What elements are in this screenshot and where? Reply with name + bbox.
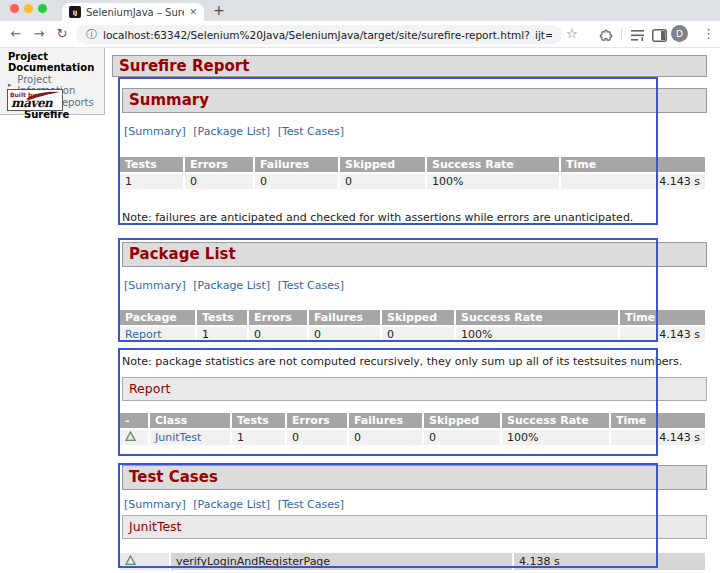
table-header-row: Package Tests Errors Failures Skipped Su… [120, 310, 705, 325]
test-case-name: verifyLoginAndRegisterPage [171, 553, 512, 570]
section-nav-links: [Summary] [Package List] [Test Cases] [124, 498, 707, 511]
summary-link[interactable]: [Summary] [124, 279, 186, 292]
address-bar[interactable]: ⓘ localhost:63342/Selenium%20Java/Seleni… [76, 25, 562, 44]
table-row: Report 1 0 0 0 100% 4.143 s [120, 327, 705, 342]
class-table: - Class Tests Errors Failures Skipped Su… [118, 411, 707, 447]
col-time: Time [620, 310, 705, 325]
col-success-rate: Success Rate [427, 157, 559, 172]
extensions-puzzle-icon[interactable] [599, 29, 613, 43]
section-nav-links: [Summary] [Package List] [Test Cases] [124, 279, 707, 292]
col-errors: Errors [249, 310, 307, 325]
package-report-section: Note: package statistics are not compute… [118, 355, 707, 447]
errors-value: 0 [287, 430, 347, 445]
page-content: Project Documentation ▸ Project Informat… [0, 48, 720, 573]
col-status: - [120, 413, 148, 428]
table-header-row: Tests Errors Failures Skipped Success Ra… [120, 157, 705, 172]
summary-link[interactable]: [Summary] [124, 498, 186, 511]
browser-window: IJ SeleniumJava – Surefire Repo ✕ + ← → … [0, 0, 720, 573]
fullscreen-window-button[interactable] [38, 4, 47, 13]
failures-value: 0 [349, 430, 422, 445]
time-value: 4.143 s [561, 174, 705, 189]
test-cases-link[interactable]: [Test Cases] [278, 125, 344, 138]
package-list-link[interactable]: [Package List] [193, 279, 270, 292]
errors-value: 0 [249, 327, 307, 342]
tab-close-icon[interactable]: ✕ [189, 7, 197, 17]
test-success-icon [125, 555, 136, 565]
summary-note: Note: failures are anticipated and check… [122, 211, 707, 224]
skipped-value: 0 [424, 430, 500, 445]
col-failures: Failures [349, 413, 422, 428]
package-list-heading: Package List [122, 242, 707, 267]
col-errors: Errors [185, 157, 253, 172]
browser-tab[interactable]: IJ SeleniumJava – Surefire Repo ✕ [62, 3, 204, 21]
new-tab-button[interactable]: + [213, 2, 225, 18]
col-errors: Errors [287, 413, 347, 428]
col-skipped: Skipped [424, 413, 500, 428]
test-cases-section: Test Cases [Summary] [Package List] [Tes… [118, 465, 707, 572]
tests-value: 1 [120, 174, 183, 189]
summary-section: Summary [Summary] [Package List] [Test C… [118, 88, 707, 224]
suite-heading: JunitTest [122, 515, 707, 539]
table-row: 1 0 0 0 100% 4.143 s [120, 174, 705, 189]
side-panel-icon[interactable] [652, 29, 667, 42]
skipped-value: 0 [382, 327, 454, 342]
time-value: 4.143 s [620, 327, 705, 342]
package-list-link[interactable]: [Package List] [193, 498, 270, 511]
maven-wordmark: maven [11, 96, 52, 110]
class-junittest-link[interactable]: JunitTest [155, 431, 201, 444]
package-report-link[interactable]: Report [125, 328, 161, 341]
table-header-row: - Class Tests Errors Failures Skipped Su… [120, 413, 705, 428]
success-rate-value: 100% [427, 174, 559, 189]
collapsed-arrow-icon[interactable]: ▸ [8, 81, 14, 89]
col-failures: Failures [309, 310, 380, 325]
summary-table: Tests Errors Failures Skipped Success Ra… [118, 155, 707, 191]
toolbar-divider [621, 28, 622, 41]
site-navigation-panel: Project Documentation ▸ Project Informat… [0, 48, 105, 115]
browser-toolbar: ← → ↻ ⓘ localhost:63342/Selenium%20Java/… [0, 21, 720, 48]
close-window-button[interactable] [10, 4, 19, 13]
url-text: localhost:63342/Selenium%20Java/Selenium… [103, 29, 552, 41]
section-nav-links: [Summary] [Package List] [Test Cases] [124, 125, 707, 138]
skipped-value: 0 [340, 174, 425, 189]
tab-title: SeleniumJava – Surefire Repo [86, 7, 184, 18]
forward-button[interactable]: → [31, 26, 47, 41]
time-value: 4.143 s [611, 430, 705, 445]
site-info-icon[interactable]: ⓘ [86, 27, 97, 42]
test-case-time: 4.138 s [514, 553, 705, 570]
table-row: verifyLoginAndRegisterPage 4.138 s [120, 553, 705, 570]
minimize-window-button[interactable] [24, 4, 33, 13]
failures-value: 0 [309, 327, 380, 342]
success-rate-value: 100% [502, 430, 609, 445]
test-success-icon [125, 431, 136, 441]
col-success-rate: Success Rate [502, 413, 609, 428]
test-cases-heading: Test Cases [122, 465, 707, 490]
bookmark-star-icon[interactable]: ☆ [566, 27, 578, 40]
col-tests: Tests [197, 310, 247, 325]
col-time: Time [611, 413, 705, 428]
test-cases-table: verifyLoginAndRegisterPage 4.138 s [118, 551, 707, 572]
test-cases-link[interactable]: [Test Cases] [278, 279, 344, 292]
summary-heading: Summary [122, 88, 707, 113]
tab-strip: IJ SeleniumJava – Surefire Repo ✕ + [0, 0, 720, 21]
errors-value: 0 [185, 174, 253, 189]
tests-value: 1 [197, 327, 247, 342]
window-controls [10, 4, 47, 13]
col-tests: Tests [232, 413, 285, 428]
intellij-favicon-icon: IJ [69, 6, 81, 18]
back-button[interactable]: ← [8, 26, 24, 41]
col-skipped: Skipped [382, 310, 454, 325]
reload-button[interactable]: ↻ [54, 26, 70, 41]
table-row: JunitTest 1 0 0 0 100% 4.143 s [120, 430, 705, 445]
reading-list-icon[interactable] [631, 29, 645, 42]
profile-avatar[interactable]: D [671, 25, 688, 42]
maven-logo[interactable]: Built by: maven [7, 89, 63, 111]
package-note: Note: package statistics are not compute… [122, 355, 707, 368]
summary-link[interactable]: [Summary] [124, 125, 186, 138]
package-list-link[interactable]: [Package List] [193, 125, 270, 138]
failures-value: 0 [255, 174, 338, 189]
browser-menu-icon[interactable]: ⋮ [702, 27, 715, 40]
test-cases-link[interactable]: [Test Cases] [278, 498, 344, 511]
report-package-heading: Report [122, 377, 707, 401]
col-class: Class [150, 413, 230, 428]
col-tests: Tests [120, 157, 183, 172]
